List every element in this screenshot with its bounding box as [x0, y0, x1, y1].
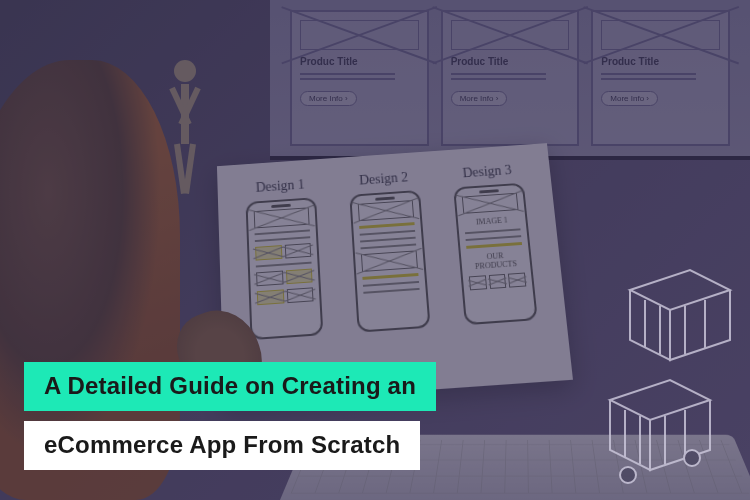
headline-banner: A Detailed Guide on Creating an eCommerc… [24, 362, 436, 470]
svg-point-9 [684, 450, 700, 466]
headline-line-1: A Detailed Guide on Creating an [24, 362, 436, 411]
headline-line-2: eCommerce App From Scratch [24, 421, 420, 470]
svg-point-8 [620, 467, 636, 483]
hero-image: Produc Title More Info › Produc Title Mo… [0, 0, 750, 500]
isometric-cart-illustration [490, 240, 750, 500]
